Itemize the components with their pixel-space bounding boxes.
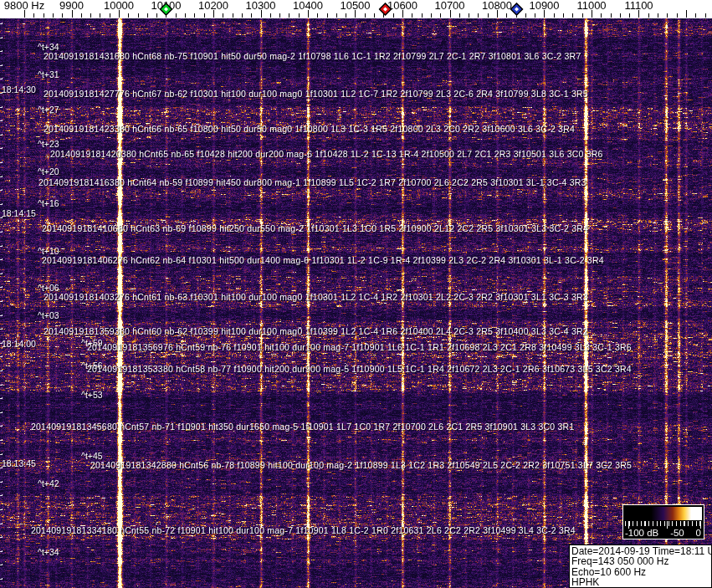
- axis-tick-label: 10500: [340, 0, 370, 11]
- row-time-tag: ^t+03: [38, 311, 59, 320]
- blue-diamond-marker-icon[interactable]: [510, 3, 524, 17]
- axis-tick-label: 11100: [624, 0, 653, 11]
- axis-tick-label: 10400: [293, 0, 323, 11]
- detection-log-line: 20140919181359380 hCnt60 nb-62 f10399 hi…: [44, 327, 588, 336]
- row-time-tag: ^t+20: [38, 167, 59, 176]
- legend-labels: -100 dB -50 0: [625, 528, 701, 539]
- info-frequency: Freq=143 050 000 Hz: [571, 556, 711, 566]
- time-label: 18:14:15: [2, 209, 36, 218]
- legend-label-mid: -50: [670, 528, 684, 539]
- observation-info-box: Date=2014-09-19 Time=18:11 UTC Freq=143 …: [569, 545, 712, 588]
- legend-label-min: -100 dB: [625, 528, 658, 539]
- detection-log-line: 20140919181420380 hCnt65 nb-65 f10428 hi…: [50, 150, 603, 159]
- detection-log-line: 20140919181356976 hCnt59 nb-76 f10901 hi…: [87, 343, 632, 352]
- axis-tick-label: 9900: [59, 0, 84, 11]
- axis-tick-label: 10000: [104, 0, 134, 11]
- axis-tick-label: 10900: [529, 0, 559, 11]
- color-scale-gradient: [625, 507, 702, 520]
- row-time-tag: ^t+27: [38, 105, 59, 115]
- red-diamond-marker-icon[interactable]: [379, 3, 393, 17]
- axis-tick-label: 11000: [576, 0, 606, 11]
- detection-log-line: 20140919181431680 hCnt68 nb-75 f10901 hi…: [44, 52, 581, 61]
- time-label: 18:14:00: [2, 340, 36, 349]
- db-scale-legend: -100 dB -50 0: [622, 504, 704, 539]
- detection-log-line: 20140919181406276 hCnt62 nb-64 f10301 hi…: [42, 256, 604, 265]
- axis-tick-label: 9800 Hz: [4, 0, 44, 11]
- detection-log-line: 20140919181342880 hCnt56 nb-78 f10899 hi…: [90, 461, 632, 470]
- row-time-tag: ^t+34: [38, 548, 59, 557]
- detection-log-line: 20140919181410680 hCnt63 nb-69 f10899 hi…: [42, 224, 588, 233]
- row-time-tag: ^t+16: [38, 199, 59, 208]
- info-station: HPHK: [571, 577, 711, 587]
- legend-label-max: 0: [696, 528, 701, 539]
- row-time-tag: ^t+31: [38, 70, 59, 79]
- detection-log-line: 20140919181334180 hCnt55 nb-72 f10901 hi…: [31, 526, 576, 535]
- legend-tick-ruler: [625, 521, 702, 526]
- detection-log-line: 20140919181353380 hCnt58 nb-77 f10900 hi…: [87, 365, 632, 374]
- detection-log-line: 20140919181427776 hCnt67 nb-62 f10301 hi…: [44, 89, 588, 99]
- axis-tick-label: 10800: [482, 0, 512, 11]
- axis-tick-label: 10200: [198, 0, 228, 11]
- detection-log-line: 20140919181416380 hCnt64 nb-59 f10899 hi…: [38, 178, 587, 187]
- meteor-echo-spectrogram-window: 9800 Hz990010000101001020010300104001050…: [0, 0, 712, 588]
- row-time-tag: ^t+53: [81, 391, 103, 400]
- green-diamond-marker-icon[interactable]: [159, 3, 173, 17]
- detection-log-line: 20140919181403276 hCnt61 nb-63 f10301 hi…: [44, 293, 588, 302]
- axis-tick-label: 10700: [434, 0, 464, 11]
- time-label: 18:14:30: [2, 85, 36, 95]
- axis-tick-label: 10300: [245, 0, 275, 11]
- row-time-tag: ^t+23: [38, 140, 59, 149]
- detection-log-line: 20140919181345680 hCnt57 nb-71 f10901 hi…: [31, 422, 574, 432]
- detection-log-line: 20140919181423380 hCnt66 nb-65 f10800 hi…: [44, 125, 575, 134]
- row-time-tag: ^t+42: [38, 479, 59, 488]
- time-label: 18:13:45: [2, 459, 36, 468]
